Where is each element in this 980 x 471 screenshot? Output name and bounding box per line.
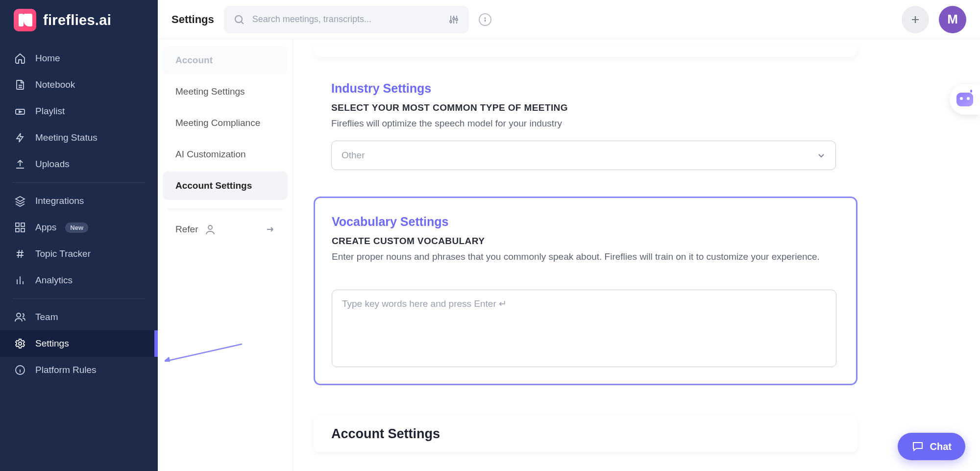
search-container bbox=[224, 6, 469, 33]
settings-subnav: Account Meeting Settings Meeting Complia… bbox=[158, 39, 293, 471]
gear-icon bbox=[14, 337, 26, 350]
previous-card-bottom bbox=[314, 44, 858, 57]
subnav-item-meeting-compliance[interactable]: Meeting Compliance bbox=[163, 109, 288, 137]
sidebar-separator bbox=[13, 182, 145, 183]
user-avatar[interactable]: M bbox=[939, 6, 966, 33]
sidebar-item-label: Notebook bbox=[35, 79, 75, 90]
svg-point-12 bbox=[485, 18, 485, 18]
svg-point-8 bbox=[235, 16, 242, 23]
upload-icon bbox=[14, 158, 26, 171]
svg-point-10 bbox=[453, 18, 455, 20]
subnav-separator bbox=[168, 209, 283, 209]
industry-select[interactable]: Other bbox=[331, 141, 836, 170]
sidebar-item-label: Topic Tracker bbox=[35, 248, 91, 259]
sidebar-item-label: Home bbox=[35, 53, 60, 64]
home-icon bbox=[14, 52, 26, 65]
primary-nav: Home Notebook Playlist Meeting Status Up… bbox=[0, 42, 158, 386]
search-icon bbox=[232, 12, 246, 27]
svg-point-13 bbox=[208, 225, 212, 229]
new-badge: New bbox=[65, 223, 88, 233]
sidebar-item-label: Integrations bbox=[35, 196, 84, 206]
sidebar-item-label: Team bbox=[35, 312, 58, 322]
chevron-down-icon bbox=[817, 151, 826, 160]
topbar: Settings M bbox=[158, 0, 980, 39]
svg-rect-3 bbox=[16, 228, 19, 232]
industry-settings-subtitle: SELECT YOUR MOST COMMON TYPE OF MEETING bbox=[331, 102, 962, 113]
assistant-bot-button[interactable] bbox=[950, 84, 980, 115]
sidebar-item-label: Analytics bbox=[35, 275, 73, 286]
industry-select-value: Other bbox=[342, 150, 365, 161]
avatar-initial: M bbox=[947, 12, 958, 27]
sidebar-item-platform-rules[interactable]: Platform Rules bbox=[0, 357, 158, 383]
sidebar-item-label: Settings bbox=[35, 338, 69, 349]
svg-rect-4 bbox=[21, 228, 24, 232]
industry-settings-title: Industry Settings bbox=[331, 81, 962, 96]
sidebar-item-home[interactable]: Home bbox=[0, 45, 158, 72]
sidebar-item-team[interactable]: Team bbox=[0, 304, 158, 330]
sidebar-item-label: Uploads bbox=[35, 159, 70, 170]
svg-rect-2 bbox=[21, 223, 24, 226]
user-icon bbox=[205, 224, 216, 235]
subnav-item-account[interactable]: Account bbox=[163, 46, 288, 74]
svg-point-11 bbox=[456, 19, 458, 21]
subnav-item-meeting-settings[interactable]: Meeting Settings bbox=[163, 77, 288, 106]
svg-point-6 bbox=[19, 342, 22, 345]
vocabulary-placeholder: Type key words here and press Enter ↵ bbox=[342, 298, 507, 309]
sidebar-item-meeting-status[interactable]: Meeting Status bbox=[0, 124, 158, 151]
search-input[interactable] bbox=[252, 14, 441, 25]
chat-button[interactable]: Chat bbox=[898, 433, 965, 460]
plus-icon bbox=[909, 14, 921, 25]
sidebar-item-playlist[interactable]: Playlist bbox=[0, 98, 158, 124]
sidebar-item-notebook[interactable]: Notebook bbox=[0, 72, 158, 98]
sliders-icon[interactable] bbox=[446, 12, 461, 27]
arrow-right-icon bbox=[265, 224, 275, 234]
grid-icon bbox=[14, 221, 26, 234]
users-icon bbox=[14, 311, 26, 323]
add-button[interactable] bbox=[902, 6, 929, 33]
page-title: Settings bbox=[172, 13, 214, 26]
sidebar: fireflies.ai Home Notebook Playlist Meet… bbox=[0, 0, 158, 471]
hash-icon bbox=[14, 248, 26, 260]
account-settings-title: Account Settings bbox=[331, 426, 840, 442]
playlist-icon bbox=[14, 105, 26, 118]
brand-name: fireflies.ai bbox=[43, 12, 111, 28]
sidebar-item-label: Meeting Status bbox=[35, 132, 98, 143]
refer-label: Refer bbox=[175, 224, 198, 235]
vocabulary-input[interactable]: Type key words here and press Enter ↵ bbox=[332, 290, 836, 367]
layers-icon bbox=[14, 195, 26, 207]
vocabulary-settings-title: Vocabulary Settings bbox=[332, 215, 839, 229]
refer-link[interactable]: Refer bbox=[163, 216, 288, 243]
main-content: Industry Settings SELECT YOUR MOST COMMO… bbox=[293, 39, 980, 471]
svg-point-5 bbox=[17, 313, 21, 317]
sidebar-item-integrations[interactable]: Integrations bbox=[0, 188, 158, 214]
vocabulary-settings-subtitle: CREATE CUSTOM VOCABULARY bbox=[332, 236, 839, 247]
bars-icon bbox=[14, 274, 26, 287]
sidebar-item-analytics[interactable]: Analytics bbox=[0, 267, 158, 294]
subnav-item-account-settings[interactable]: Account Settings bbox=[163, 172, 288, 200]
account-settings-card: Account Settings bbox=[314, 416, 858, 452]
svg-point-9 bbox=[450, 21, 452, 23]
svg-rect-1 bbox=[16, 223, 19, 226]
sidebar-item-uploads[interactable]: Uploads bbox=[0, 151, 158, 177]
help-icon[interactable] bbox=[479, 13, 491, 26]
sidebar-item-topic-tracker[interactable]: Topic Tracker bbox=[0, 241, 158, 267]
info-icon bbox=[14, 364, 26, 376]
subnav-item-ai-customization[interactable]: AI Customization bbox=[163, 140, 288, 169]
bot-icon bbox=[956, 93, 973, 106]
sidebar-separator bbox=[13, 298, 145, 299]
sidebar-item-label: Playlist bbox=[35, 106, 65, 117]
chat-label: Chat bbox=[930, 441, 952, 452]
bolt-icon bbox=[14, 131, 26, 144]
vocabulary-settings-card: Vocabulary Settings CREATE CUSTOM VOCABU… bbox=[314, 197, 858, 385]
sidebar-item-apps[interactable]: Apps New bbox=[0, 214, 158, 241]
sidebar-item-label: Platform Rules bbox=[35, 365, 97, 375]
sidebar-item-label: Apps bbox=[35, 222, 56, 233]
logo-mark-icon bbox=[14, 9, 36, 31]
vocabulary-settings-description: Enter proper nouns and phrases that you … bbox=[332, 251, 839, 262]
file-icon bbox=[14, 78, 26, 91]
brand-logo[interactable]: fireflies.ai bbox=[0, 0, 158, 42]
industry-settings-description: Fireflies will optimize the speech model… bbox=[331, 118, 962, 129]
chat-icon bbox=[911, 440, 924, 453]
sidebar-item-settings[interactable]: Settings bbox=[0, 330, 158, 357]
